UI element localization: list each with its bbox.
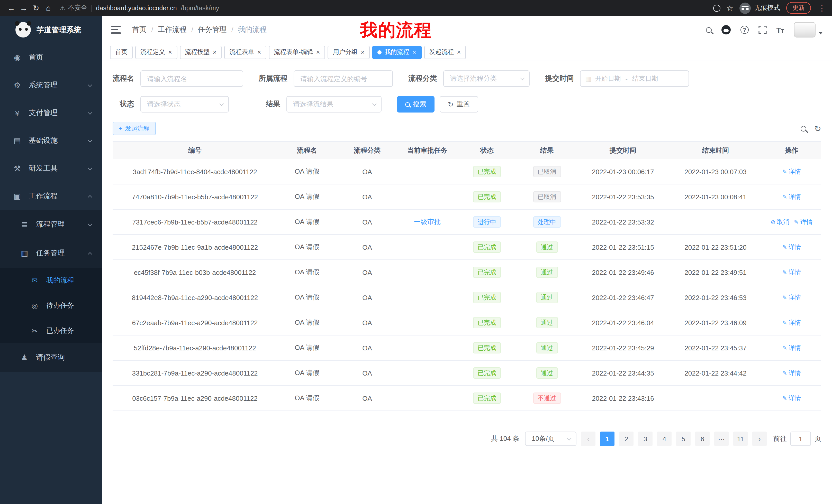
sidebar-item-infrastructure[interactable]: ▤ 基础设施 [0, 127, 102, 155]
tab-process-form-edit[interactable]: 流程表单-编辑× [269, 46, 325, 59]
sidebar-item-workflow[interactable]: ▣ 工作流程 [0, 183, 102, 210]
cell-end-time: 2022-01-22 23:46:09 [669, 319, 762, 327]
sidebar-item-payment[interactable]: ¥ 支付管理 [0, 99, 102, 127]
search-button[interactable]: 搜索 [397, 96, 435, 113]
calendar-icon: ▦ [585, 75, 592, 82]
status-label: 状态 [120, 100, 134, 109]
detail-link[interactable]: ✎详情 [782, 394, 801, 402]
goto-page-input[interactable] [790, 431, 811, 446]
tab-my-process[interactable]: 我的流程× [372, 46, 421, 59]
process-name-input[interactable] [140, 71, 243, 87]
close-icon[interactable]: × [316, 49, 320, 55]
chevron-down-icon [88, 222, 92, 226]
sidebar-item-label: 首页 [29, 53, 92, 62]
detail-link[interactable]: ✎详情 [782, 318, 801, 327]
cell-submit-time: 2022-01-22 23:45:29 [577, 344, 669, 352]
pagination-more-button[interactable]: ··· [714, 431, 729, 446]
close-icon[interactable]: × [168, 49, 172, 55]
tab-process-definition[interactable]: 流程定义× [135, 46, 177, 59]
breadcrumb-item[interactable]: 首页 [132, 25, 147, 34]
close-icon[interactable]: × [257, 49, 261, 55]
github-icon[interactable] [721, 25, 730, 34]
tab-home[interactable]: 首页 [110, 46, 133, 59]
page-size-select[interactable]: 10条/页 [525, 431, 576, 446]
help-icon[interactable]: ? [740, 26, 749, 34]
address-bar[interactable]: ⚠ 不安全 dashboard.yudao.iocoder.cn/bpm/tas… [60, 4, 713, 12]
detail-link[interactable]: ✎详情 [782, 343, 801, 352]
cell-category: OA [337, 369, 397, 377]
pagination-page-button[interactable]: 1 [600, 431, 615, 446]
cancel-link[interactable]: ⊘取消 [771, 218, 789, 226]
submit-time-range-picker[interactable]: ▦ 开始日期 - 结束日期 [580, 71, 689, 87]
sidebar-item-process-management[interactable]: ≣ 流程管理 [0, 210, 102, 239]
browser-menu-icon[interactable]: ⋮ [817, 3, 827, 12]
browser-update-button[interactable]: 更新 [786, 2, 811, 14]
sidebar-item-todo-tasks[interactable]: ◎ 待办任务 [0, 293, 102, 318]
browser-home-button[interactable]: ⌂ [42, 2, 54, 14]
column-header: 状态 [457, 146, 517, 155]
reset-button[interactable]: ↻ 重置 [440, 96, 478, 113]
user-menu[interactable] [794, 22, 823, 37]
task-submenu: ✉ 我的流程 ◎ 待办任务 ✂ 已办任务 [0, 268, 102, 343]
search-toggle-icon[interactable] [800, 125, 806, 131]
start-process-button[interactable]: + 发起流程 [113, 122, 156, 135]
detail-link[interactable]: ✎详情 [782, 192, 801, 201]
browser-back-button[interactable]: ← [5, 2, 18, 14]
tab-process-model[interactable]: 流程模型× [180, 46, 222, 59]
detail-link[interactable]: ✎详情 [782, 243, 801, 251]
hamburger-menu-icon[interactable] [111, 26, 121, 34]
sidebar-item-label: 我的流程 [46, 276, 92, 285]
detail-link[interactable]: ✎详情 [794, 218, 812, 226]
sidebar-item-devtools[interactable]: ⚒ 研发工具 [0, 155, 102, 183]
pagination-page-button[interactable]: 11 [733, 431, 748, 446]
sidebar-item-task-management[interactable]: ▥ 任务管理 [0, 239, 102, 268]
owner-process-input[interactable] [294, 71, 393, 87]
breadcrumb-item[interactable]: 任务管理 [198, 25, 227, 34]
font-size-icon[interactable]: TT [776, 26, 784, 34]
sidebar-item-my-process[interactable]: ✉ 我的流程 [0, 268, 102, 293]
refresh-icon[interactable]: ↻ [814, 123, 821, 133]
date-separator: - [626, 75, 628, 82]
search-icon[interactable] [706, 27, 711, 33]
security-status[interactable]: ⚠ 不安全 [60, 4, 87, 12]
sidebar-item-home[interactable]: ◉ 首页 [0, 44, 102, 72]
column-header: 编号 [113, 146, 277, 155]
table-row: 7470a810-7b9b-11ec-b5b7-acde48001122 OA … [113, 185, 821, 209]
status-select[interactable]: 请选择状态 [140, 96, 229, 113]
column-header: 当前审批任务 [397, 146, 457, 155]
sidebar-item-leave-query[interactable]: ♟ 请假查询 [0, 343, 102, 372]
detail-link[interactable]: ✎详情 [782, 369, 801, 377]
password-key-icon[interactable] [713, 4, 720, 11]
breadcrumb-item[interactable]: 工作流程 [158, 25, 187, 34]
sidebar-item-done-tasks[interactable]: ✂ 已办任务 [0, 318, 102, 343]
pagination-prev-button[interactable]: ‹ [581, 431, 595, 446]
detail-link[interactable]: ✎详情 [782, 268, 801, 277]
tab-user-group[interactable]: 用户分组× [328, 46, 370, 59]
bookmark-star-icon[interactable]: ☆ [726, 3, 733, 12]
detail-link[interactable]: ✎详情 [782, 167, 801, 176]
close-icon[interactable]: × [361, 49, 365, 55]
category-select[interactable]: 请选择流程分类 [443, 71, 530, 87]
infrastructure-icon: ▤ [12, 136, 22, 145]
result-select[interactable]: 请选择流结果 [286, 96, 382, 113]
current-task-link[interactable]: 一级审批 [414, 217, 441, 227]
detail-link[interactable]: ✎详情 [782, 293, 801, 302]
close-icon[interactable]: × [457, 49, 461, 55]
app-logo[interactable]: 芋道管理系统 [0, 16, 102, 44]
pagination-page-button[interactable]: 2 [619, 431, 633, 446]
cell-category: OA [337, 168, 397, 175]
close-icon[interactable]: × [213, 49, 216, 55]
tab-process-form[interactable]: 流程表单× [224, 46, 266, 59]
pagination-page-button[interactable]: 3 [638, 431, 653, 446]
tab-start-process[interactable]: 发起流程× [424, 46, 466, 59]
sidebar-item-system[interactable]: ⚙ 系统管理 [0, 72, 102, 99]
browser-reload-button[interactable]: ↻ [30, 2, 42, 14]
fullscreen-icon[interactable] [758, 26, 766, 34]
browser-forward-button[interactable]: → [18, 2, 30, 14]
close-icon[interactable]: × [412, 49, 416, 55]
sidebar-item-label: 已办任务 [46, 326, 92, 335]
pagination-next-button[interactable]: › [752, 431, 767, 446]
pagination-page-button[interactable]: 4 [657, 431, 672, 446]
pagination-page-button[interactable]: 5 [676, 431, 691, 446]
pagination-page-button[interactable]: 6 [695, 431, 710, 446]
